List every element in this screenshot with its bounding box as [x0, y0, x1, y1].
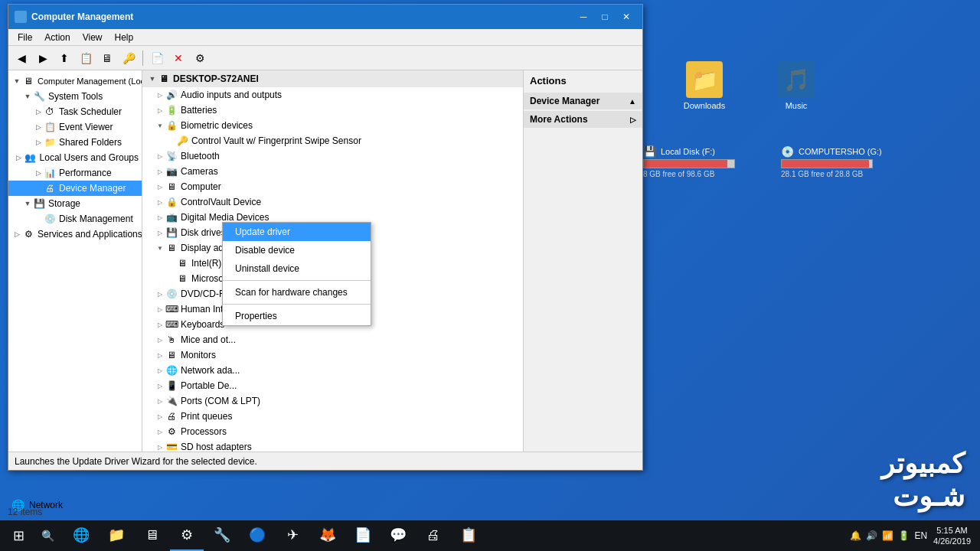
minimize-button[interactable]: ─ — [573, 8, 593, 25]
desktop-icon-downloads[interactable]: 📁 Downloads — [674, 61, 735, 110]
start-button[interactable]: ⊞ — [3, 520, 34, 551]
device-print-queues[interactable]: ▷ 🖨 Print queues — [142, 409, 523, 424]
device-controlvault2[interactable]: ▷ 🔒 ControlVault Device — [142, 194, 523, 210]
taskbar-app11[interactable]: 🖨 — [416, 520, 450, 551]
tree-task-label: Task Scheduler — [59, 106, 122, 117]
toolbar-forward[interactable]: ▶ — [33, 48, 53, 68]
disk-g[interactable]: 💿 COMPUTERSHO (G:) 28.1 GB free of 28.8 … — [781, 145, 882, 178]
toolbar-item2[interactable]: 🖥 — [97, 48, 117, 68]
window-title: Computer Management — [31, 11, 573, 22]
device-audio-label: Audio inputs and outputs — [181, 90, 282, 100]
search-button[interactable]: 🔍 — [34, 522, 61, 549]
device-computer[interactable]: ▷ 🖥 Computer — [142, 179, 523, 194]
device-mon-icon: 🖥 — [165, 349, 178, 361]
device-computer-header[interactable]: ▼ 🖥 DESKTOP-S72ANEI — [142, 70, 523, 87]
actions-section-devmgr-title[interactable]: Device Manager ▲ — [524, 93, 642, 109]
taskbar-app10[interactable]: 💬 — [381, 520, 415, 551]
disk-f-label: Local Disk (F:) — [661, 147, 715, 156]
tree-disk-label: Disk Management — [59, 214, 133, 224]
actions-section-more-title[interactable]: More Actions ▷ — [524, 111, 642, 128]
device-cam-label: Cameras — [181, 166, 218, 177]
menu-view[interactable]: View — [77, 31, 109, 44]
systray-icon1: 🔔 — [850, 530, 861, 541]
taskbar-firefox[interactable]: 🦊 — [311, 520, 345, 551]
actions-devmgr-label: Device Manager — [530, 96, 599, 106]
device-biometric[interactable]: ▼ 🔒 Biometric devices — [142, 118, 523, 133]
disk-f-icon: 💾 — [643, 145, 656, 158]
device-network[interactable]: ▷ 🌐 Network ada... — [142, 363, 523, 378]
device-ports-arrow: ▷ — [156, 397, 164, 405]
tree-event-icon: 📋 — [44, 121, 56, 133]
tree-performance[interactable]: ▷ 📊 Performance — [8, 165, 142, 181]
close-button[interactable]: ✕ — [616, 8, 636, 25]
menu-file[interactable]: File — [11, 31, 38, 44]
device-processors[interactable]: ▷ ⚙ Processors — [142, 424, 523, 439]
taskbar-compmgmt[interactable]: ⚙ — [170, 520, 204, 551]
tree-event-viewer[interactable]: ▷ 📋 Event Viewer — [8, 119, 142, 135]
toolbar-up[interactable]: ⬆ — [54, 48, 74, 68]
toolbar-back[interactable]: ◀ — [11, 48, 31, 68]
device-controlvault[interactable]: 🔑 Control Vault w/ Fingerprint Swipe Sen… — [142, 133, 523, 148]
device-proc-label: Processors — [181, 426, 227, 437]
tree-root-label: Computer Management (Local) — [38, 77, 142, 86]
tree-task-scheduler[interactable]: ▷ ⏱ Task Scheduler — [8, 104, 142, 119]
tree-users-icon: 👥 — [24, 152, 37, 164]
items-count: 12 items — [8, 507, 42, 517]
tree-device-manager[interactable]: 🖨 Device Manager — [8, 181, 142, 196]
tree-disk-mgmt[interactable]: 💿 Disk Management — [8, 211, 142, 227]
tree-system-tools-arrow: ▼ — [22, 91, 33, 102]
context-disable-device-label: Disable device — [235, 245, 295, 256]
toolbar-show-hide[interactable]: 📋 — [76, 48, 96, 68]
maximize-button[interactable]: □ — [595, 8, 615, 25]
device-audio[interactable]: ▷ 🔊 Audio inputs and outputs — [142, 87, 523, 103]
device-sd-host[interactable]: ▷ 💳 SD host adapters — [142, 439, 523, 452]
device-mice[interactable]: ▷ 🖱 Mice and ot... — [142, 332, 523, 347]
context-properties-label: Properties — [235, 311, 277, 321]
disk-g-header: 💿 COMPUTERSHO (G:) — [781, 145, 882, 158]
taskbar-time-display: 5:15 AM 4/26/2019 — [933, 525, 971, 547]
device-bluetooth[interactable]: ▷ 📡 Bluetooth — [142, 148, 523, 164]
tree-task-icon: ⏱ — [44, 106, 56, 118]
device-cameras[interactable]: ▷ 📷 Cameras — [142, 164, 523, 179]
taskbar-file-explorer[interactable]: 📁 — [100, 520, 133, 551]
device-monitors[interactable]: ▷ 🖥 Monitors — [142, 347, 523, 363]
taskbar-ie[interactable]: 🌐 — [64, 520, 98, 551]
toolbar-delete[interactable]: ✕ — [168, 48, 188, 68]
toolbar-export[interactable]: 📄 — [147, 48, 167, 68]
downloads-label: Downloads — [684, 101, 725, 110]
taskbar-app5[interactable]: 🔧 — [205, 520, 239, 551]
context-menu-scan-hardware[interactable]: Scan for hardware changes — [223, 283, 371, 302]
taskbar-app3[interactable]: 🖥 — [135, 520, 168, 551]
branding-arabic-text: كمبيوترشـوت — [881, 447, 965, 513]
tree-shared-folders[interactable]: ▷ 📁 Shared Folders — [8, 135, 142, 150]
taskbar-app12[interactable]: 📋 — [452, 520, 485, 551]
device-ports[interactable]: ▷ 🔌 Ports (COM & LPT) — [142, 393, 523, 409]
menu-help[interactable]: Help — [109, 31, 140, 44]
tree-system-tools[interactable]: ▼ 🔧 System Tools — [8, 89, 142, 104]
device-batteries[interactable]: ▷ 🔋 Batteries — [142, 103, 523, 118]
context-menu-disable-device[interactable]: Disable device — [223, 241, 371, 259]
toolbar-item3[interactable]: 🔑 — [119, 48, 139, 68]
taskbar-telegram[interactable]: ✈ — [276, 520, 309, 551]
device-cv-label: Control Vault w/ Fingerprint Swipe Senso… — [191, 135, 361, 146]
taskbar-chrome[interactable]: 🔵 — [240, 520, 274, 551]
disk-f[interactable]: 💾 Local Disk (F:) 8 GB free of 98.6 GB — [643, 145, 735, 178]
taskbar-files[interactable]: 📄 — [346, 520, 380, 551]
context-menu-properties[interactable]: Properties — [223, 307, 371, 325]
context-menu-update-driver[interactable]: Update driver — [223, 223, 371, 241]
tree-storage[interactable]: ▼ 💾 Storage — [8, 196, 142, 211]
device-dd-label: Disk drives — [181, 227, 226, 238]
disk-g-icon: 💿 — [781, 145, 794, 158]
device-proc-icon: ⚙ — [165, 425, 178, 438]
menu-action[interactable]: Action — [38, 31, 76, 44]
device-dm-icon: 📺 — [165, 211, 178, 223]
desktop-icon-music[interactable]: 🎵 Music — [766, 61, 827, 110]
tree-local-users[interactable]: ▷ 👥 Local Users and Groups — [8, 150, 142, 165]
context-menu-uninstall-device[interactable]: Uninstall device — [223, 259, 371, 278]
tree-root[interactable]: ▼ 🖥 Computer Management (Local) — [8, 73, 142, 89]
tree-root-arrow: ▼ — [11, 76, 22, 86]
toolbar-properties[interactable]: ⚙ — [190, 48, 210, 68]
tree-services[interactable]: ▷ ⚙ Services and Applications — [8, 227, 142, 242]
device-portable[interactable]: ▷ 📱 Portable De... — [142, 378, 523, 393]
systray-icon2: 🔊 — [866, 530, 877, 541]
